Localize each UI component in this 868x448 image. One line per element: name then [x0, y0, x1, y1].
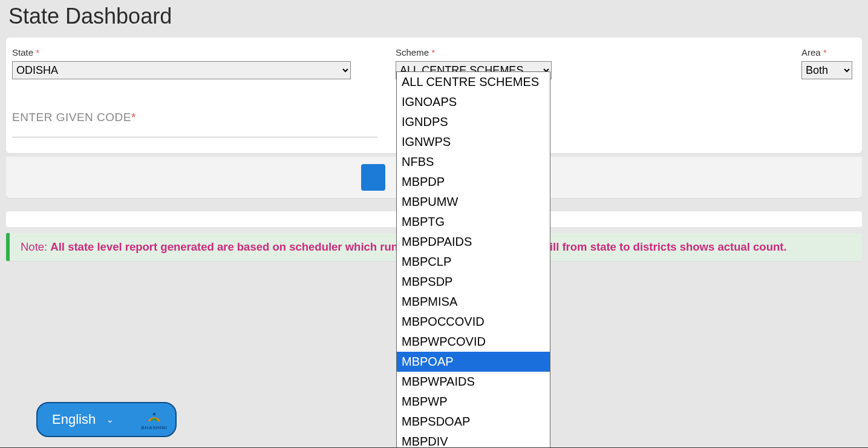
scheme-option[interactable]: IGNWPS — [397, 132, 550, 152]
scheme-option[interactable]: MBPCLP — [397, 252, 550, 272]
bhashini-logo: BHASHINI — [141, 409, 167, 430]
scheme-option[interactable]: MBPDIV — [397, 432, 550, 448]
code-input[interactable] — [12, 124, 377, 137]
scheme-option[interactable]: MBPUMW — [397, 192, 550, 212]
scheme-option[interactable]: NFBS — [397, 152, 550, 172]
page-title: State Dashboard — [0, 0, 868, 38]
scheme-option[interactable]: MBPWP — [397, 392, 550, 412]
submit-button[interactable] — [361, 164, 385, 191]
svg-point-0 — [152, 413, 155, 415]
scheme-option[interactable]: MBPDP — [397, 172, 550, 192]
scheme-dropdown-list[interactable]: ALL CENTRE SCHEMESIGNOAPSIGNDPSIGNWPSNFB… — [396, 71, 550, 448]
area-label: Area * — [801, 47, 852, 58]
scheme-option[interactable]: IGNOAPS — [397, 92, 550, 112]
state-select[interactable]: ODISHA — [12, 61, 351, 79]
scheme-option[interactable]: MBPWPAIDS — [397, 372, 550, 392]
scheme-option[interactable]: MBPSDP — [397, 272, 550, 292]
area-select[interactable]: Both — [801, 61, 852, 79]
code-label: ENTER GIVEN CODE* — [12, 111, 377, 124]
scheme-option[interactable]: MBPOCCOVID — [397, 312, 550, 332]
scheme-option[interactable]: ALL CENTRE SCHEMES — [397, 72, 550, 92]
scheme-option[interactable]: MBPWPCOVID — [397, 332, 550, 352]
scheme-option[interactable]: MBPOAP — [397, 352, 550, 372]
language-label: English — [52, 412, 96, 427]
chevron-down-icon: ⌄ — [106, 415, 114, 424]
scheme-label: Scheme * — [396, 47, 552, 58]
scheme-option[interactable]: MBPDPAIDS — [397, 232, 550, 252]
scheme-option[interactable]: IGNDPS — [397, 112, 550, 132]
state-label: State * — [12, 47, 351, 58]
scheme-option[interactable]: MBPSDOAP — [397, 412, 550, 432]
language-widget[interactable]: English ⌄ BHASHINI — [36, 402, 177, 437]
scheme-option[interactable]: MBPTG — [397, 212, 550, 232]
scheme-option[interactable]: MBPMISA — [397, 292, 550, 312]
